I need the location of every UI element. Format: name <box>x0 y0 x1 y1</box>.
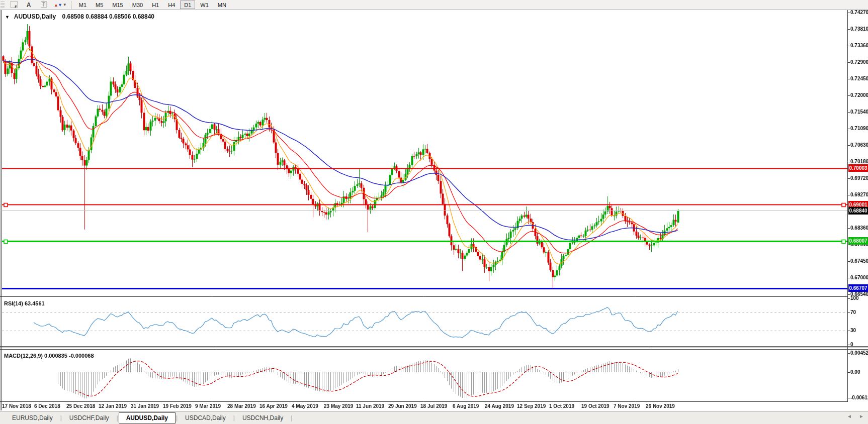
date-axis-label: 29 Jun 2019 <box>388 403 417 409</box>
current-price-tag: 0.68840 <box>848 207 868 215</box>
date-axis-label: 1 Oct 2019 <box>549 403 574 409</box>
tab-scroll-arrows: ◄ ► <box>846 413 865 419</box>
date-axis-label: 19 Oct 2019 <box>581 403 610 409</box>
macd-axis-label: -0.006122 <box>850 395 868 400</box>
date-axis-label: 16 Apr 2019 <box>259 403 288 409</box>
toolbar-drag-handle[interactable] <box>1 2 5 9</box>
collapse-triangle-icon[interactable]: ▼ <box>5 15 10 20</box>
price-axis-label: 0.72450 <box>850 76 868 81</box>
scroll-left-icon[interactable]: ◄ <box>846 413 853 419</box>
date-axis-label: 9 Mar 2019 <box>195 403 221 409</box>
price-chart-canvas[interactable] <box>0 10 868 411</box>
tab-usdcad-daily[interactable]: USDCAD,Daily <box>178 413 233 423</box>
price-axis-label: 0.71540 <box>850 109 868 115</box>
grid-glyph: F <box>10 2 18 8</box>
date-axis-label: 6 Aug 2019 <box>453 403 479 409</box>
date-axis-label: 24 Aug 2019 <box>485 403 514 409</box>
text-t-icon[interactable]: T <box>37 1 51 10</box>
price-axis-label: 0.69720 <box>850 175 868 181</box>
top-toolbar: F A T ▲▼ ▼ M1M5M15M30H1H4D1W1MN <box>0 0 868 10</box>
tab-audusd-daily[interactable]: AUDUSD,Daily <box>119 412 176 423</box>
date-axis-label: 4 May 2019 <box>292 403 318 409</box>
tf-button-mn[interactable]: MN <box>214 1 230 9</box>
tab-separator: | <box>290 414 293 421</box>
price-axis-label: 0.72000 <box>850 92 868 98</box>
rsi-axis-label: 100 <box>850 295 859 301</box>
tf-button-m15[interactable]: M15 <box>108 1 127 9</box>
price-axis-label: 0.74270 <box>850 10 868 15</box>
t-glyph: T <box>41 2 47 8</box>
arrows-glyph: ▲▼ <box>54 3 62 8</box>
tf-button-m30[interactable]: M30 <box>128 1 147 9</box>
date-axis-label: 31 Jan 2019 <box>131 403 159 409</box>
price-axis-label: 0.67450 <box>850 258 868 264</box>
price-axis-label: 0.71090 <box>850 126 868 131</box>
timeframe-button-group: M1M5M15M30H1H4D1W1MN <box>74 1 231 9</box>
font-a-icon[interactable]: A <box>22 1 36 10</box>
price-axis-label: 0.68360 <box>850 225 868 231</box>
date-axis-label: 7 Nov 2019 <box>614 403 640 409</box>
tab-usdchf-daily[interactable]: USDCHF,Daily <box>62 413 116 423</box>
scroll-right-icon[interactable]: ► <box>858 413 865 419</box>
date-axis-label: 18 Jul 2019 <box>420 403 447 409</box>
price-axis-label: 0.69270 <box>850 192 868 197</box>
price-axis-label: 0.70180 <box>850 159 868 164</box>
price-axis-label: 0.73360 <box>850 43 868 48</box>
mt4-application: F A T ▲▼ ▼ M1M5M15M30H1H4D1W1MN ▼ AUDUSD… <box>0 0 868 424</box>
date-axis-label: 19 Feb 2019 <box>163 403 192 409</box>
chart-symbol: AUDUSD,Daily <box>14 13 56 20</box>
price-axis-label: 0.73810 <box>850 26 868 32</box>
tf-button-w1[interactable]: W1 <box>196 1 213 9</box>
date-axis-label: 12 Jan 2019 <box>99 403 127 409</box>
chart-grid-f-icon[interactable]: F <box>7 1 21 10</box>
rsi-axis-label: 0 <box>850 342 853 347</box>
price-axis-label: 0.67000 <box>850 275 868 280</box>
tf-button-h4[interactable]: H4 <box>164 1 179 9</box>
date-axis-label: 12 Sep 2019 <box>517 403 546 409</box>
macd-indicator-label: MACD(12,26,9) 0.000835 -0.000068 <box>4 353 94 359</box>
price-axis-label: 0.70630 <box>850 142 868 148</box>
tab-strip: EURUSD,Daily|USDCHF,Daily|AUDUSD,Daily|U… <box>5 412 293 423</box>
tab-usdcnh-daily[interactable]: USDCNH,Daily <box>235 413 290 423</box>
hline-price-tag: 0.66707 <box>848 284 868 292</box>
price-axis-label: 0.72900 <box>850 59 868 65</box>
tf-button-d1[interactable]: D1 <box>180 1 195 9</box>
date-axis-label: 28 Mar 2019 <box>227 403 256 409</box>
toolbar-separator <box>71 2 72 9</box>
tf-button-h1[interactable]: H1 <box>148 1 163 9</box>
symbol-tab-bar: EURUSD,Daily|USDCHF,Daily|AUDUSD,Daily|U… <box>0 411 868 424</box>
chart-title: ▼ AUDUSD,Daily 0.68508 0.68884 0.68506 0… <box>5 13 154 20</box>
date-axis-label: 11 Jun 2019 <box>356 403 384 409</box>
date-axis-label: 17 Nov 2018 <box>2 403 31 409</box>
hline-price-tag: 0.70003 <box>848 164 868 172</box>
date-axis-label: 23 May 2019 <box>324 403 353 409</box>
a-glyph: A <box>27 2 31 9</box>
rsi-indicator-label: RSI(14) 63.4561 <box>4 300 45 306</box>
dropdown-caret-icon[interactable]: ▼ <box>63 3 67 7</box>
tab-eurusd-daily[interactable]: EURUSD,Daily <box>5 413 60 423</box>
macd-axis-label: 0.00 <box>850 369 860 375</box>
date-axis-label: 6 Dec 2018 <box>34 403 60 409</box>
date-axis-label: 26 Nov 2019 <box>646 403 675 409</box>
chart-ohlc-values: 0.68508 0.68884 0.68506 0.68840 <box>62 13 155 20</box>
rsi-axis-label: 30 <box>850 328 856 333</box>
rsi-axis-label: 70 <box>850 309 856 315</box>
tf-button-m1[interactable]: M1 <box>75 1 91 9</box>
arrange-colors-icon[interactable]: ▲▼ ▼ <box>52 1 69 10</box>
macd-axis-label: 0.004528 <box>850 350 868 356</box>
tf-button-m5[interactable]: M5 <box>92 1 107 9</box>
date-axis-label: 25 Dec 2018 <box>66 403 95 409</box>
chart-window: ▼ AUDUSD,Daily 0.68508 0.68884 0.68506 0… <box>0 10 868 411</box>
hline-price-tag: 0.68007 <box>848 237 868 245</box>
